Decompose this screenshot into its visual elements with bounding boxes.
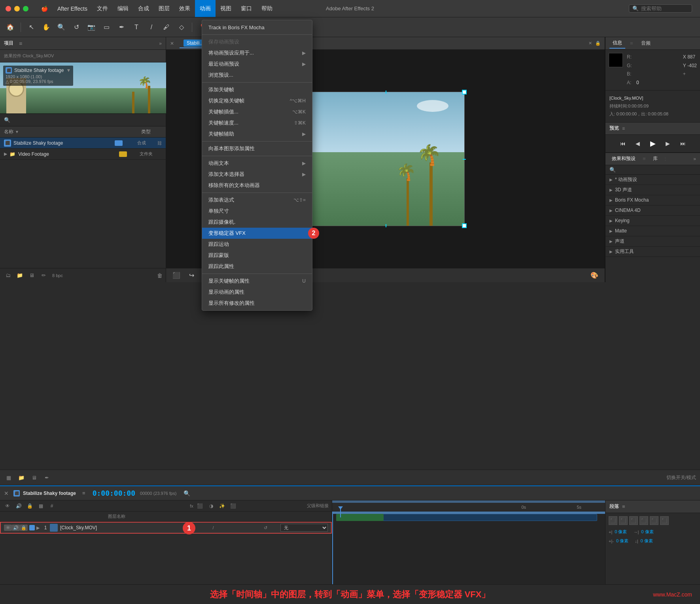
handle-bottom-right[interactable] [462, 223, 467, 228]
layer-lock-toggle[interactable]: 🔒 [20, 525, 28, 531]
project-menu-btn[interactable]: ≡ [17, 40, 25, 47]
stamp-tool[interactable]: 🖋 [160, 21, 173, 34]
rect-tool[interactable]: ▭ [100, 21, 113, 34]
lsi-blank2[interactable] [227, 524, 235, 532]
align-left-btn[interactable]: ⬛ [609, 516, 617, 525]
menu-aftereffects[interactable]: After Effects [53, 0, 92, 17]
menu-edit[interactable]: 编辑 [113, 0, 133, 17]
menu-compose[interactable]: 合成 [133, 0, 154, 17]
project-item-comp[interactable]: ⬛ Stabilize Shaky footage 合成 ⛓ [0, 138, 166, 149]
preview-tool-2[interactable]: ↪ [185, 269, 198, 282]
home-tool[interactable]: 🏠 [4, 21, 17, 34]
tc-num-btn[interactable]: # [47, 502, 56, 510]
play-btn[interactable]: ▶ [647, 138, 658, 149]
effects-cat-boris[interactable]: ▶ Boris FX Mocha [605, 195, 700, 206]
comp-toolbar-grid[interactable]: ▦ [4, 473, 13, 482]
lsi-blank5[interactable] [253, 524, 261, 532]
menu-item-kf-velocity[interactable]: 关键帧速度... ⇧⌘K [202, 117, 312, 128]
align-bottom-btn[interactable]: ⬛ [660, 516, 669, 525]
effects-cat-3d[interactable]: ▶ 3D 声道 [605, 185, 700, 195]
track-bar-green[interactable] [336, 514, 384, 521]
timeline-close-btn[interactable]: ✕ [4, 490, 9, 496]
step-back-btn[interactable]: ◀ [632, 138, 643, 149]
tc-quality-btn[interactable]: ◑ [207, 502, 216, 510]
preview-close[interactable]: ✕ [170, 41, 174, 46]
tc-lock-btn[interactable]: 🔒 [25, 502, 34, 510]
comp-toolbar-folder[interactable]: 📁 [17, 473, 26, 482]
menu-item-add-text-sel[interactable]: 添加文本选择器 ▶ [202, 169, 312, 180]
menu-item-show-anim-props[interactable]: 显示动画的属性 [202, 287, 312, 298]
layer-row-1[interactable]: 👁 🔊 🔒 ▶ 1 [Clock_Sky.MOV] / ↺ [0, 522, 332, 534]
close-button[interactable] [6, 6, 11, 11]
menu-item-separate-dimensions[interactable]: 单独尺寸 [202, 206, 312, 217]
lsi-blank3[interactable] [235, 524, 243, 532]
menu-item-remove-animators[interactable]: 移除所有的文本动画器 [202, 180, 312, 191]
effects-cat-utility[interactable]: ▶ 实用工具 [605, 247, 700, 257]
menu-item-recent-preset[interactable]: 最近动画预设 ▶ [202, 59, 312, 70]
search-toolbar[interactable]: 🔍 [629, 4, 692, 13]
effects-tab-presets[interactable]: 效果和预设 [609, 154, 638, 164]
menu-file[interactable]: 文件 [92, 0, 113, 17]
segment-menu-btn[interactable]: ≡ [622, 504, 625, 510]
effects-cat-audio[interactable]: ▶ 声道 [605, 236, 700, 247]
handle-bottom[interactable] [386, 224, 386, 227]
step-fwd-btn[interactable]: ▶ [662, 138, 674, 149]
menu-window[interactable]: 窗口 [236, 0, 257, 17]
lsi-blank4[interactable] [244, 524, 252, 532]
menu-effects[interactable]: 效果 [174, 0, 195, 17]
playhead-line[interactable] [332, 512, 333, 584]
menu-help[interactable]: 帮助 [257, 0, 277, 17]
apple-menu[interactable]: 🍎 [36, 0, 53, 17]
menu-item-track-property[interactable]: 跟踪此属性 [202, 261, 312, 272]
timeline-search-btn[interactable]: 🔍 [184, 490, 190, 496]
new-folder-btn[interactable]: 📁 [15, 271, 25, 280]
preview-panel-menu[interactable]: ≡ [622, 126, 625, 131]
brush-tool[interactable]: / [145, 21, 158, 34]
align-center-h-btn[interactable]: ⬛ [619, 516, 628, 525]
menu-item-toggle-hold-kf[interactable]: 切换定格关键帧 ^⌥⌘H [202, 95, 312, 106]
select-tool[interactable]: ↖ [25, 21, 38, 34]
menu-item-apply-preset[interactable]: 将动画预设应用于... ▶ [202, 47, 312, 59]
tc-3d-btn[interactable]: ⬛ [229, 502, 238, 510]
minimize-button[interactable] [14, 6, 20, 11]
menu-layer[interactable]: 图层 [154, 0, 174, 17]
timeline-menu-icon[interactable]: ≡ [82, 490, 85, 496]
menu-item-boris[interactable]: Track in Boris FX Mocha [202, 22, 312, 33]
timeline-timecode[interactable]: 0:00:00:00 [93, 489, 135, 497]
project-item-folder[interactable]: ▶ 📁 Video Footage 文件夹 [0, 149, 166, 160]
camera-tool[interactable]: 📷 [85, 21, 98, 34]
go-to-start-btn[interactable]: ⏮ [617, 138, 628, 149]
menu-item-animate-text[interactable]: 动画文本 ▶ [202, 158, 312, 169]
zoom-tool[interactable]: 🔍 [55, 21, 68, 34]
menu-item-show-modified[interactable]: 显示所有修改的属性 [202, 298, 312, 309]
handle-right[interactable] [463, 159, 466, 160]
comp-dropdown-arrow[interactable]: ▼ [66, 68, 71, 73]
comp-toolbar-switch[interactable]: 切换开关/模式 [666, 474, 696, 481]
lsi-cycle[interactable]: ↺ [261, 524, 269, 532]
info-tab-audio[interactable]: 音频 [638, 38, 654, 48]
tc-audio-btn[interactable]: 🔊 [14, 502, 23, 510]
effects-cat-keying[interactable]: ▶ Keying [605, 216, 700, 226]
new-comp-btn[interactable]: 🗂 [3, 271, 13, 280]
preview-header-lock-btn[interactable]: 🔒 [595, 41, 601, 46]
effects-cat-animation[interactable]: ▶ * 动画预设 [605, 175, 700, 185]
effects-search[interactable]: 🔍 [605, 165, 700, 175]
layer-expand-arrow[interactable]: ▶ [36, 525, 40, 530]
project-search-input[interactable] [13, 117, 162, 123]
project-search[interactable]: 🔍 [0, 114, 166, 126]
search-toolbar-input[interactable] [641, 6, 689, 11]
menu-item-kf-interp[interactable]: 关键帧插值... ⌥⌘K [202, 106, 312, 117]
edit-btn[interactable]: ✏ [39, 271, 48, 280]
window-controls[interactable] [6, 6, 28, 11]
tc-blend-btn[interactable]: ⬛ [196, 502, 204, 510]
lsi-slash[interactable]: / [209, 524, 217, 532]
menu-item-add-kf[interactable]: 添加关键帧 [202, 84, 312, 95]
parent-select[interactable]: 无 [280, 524, 328, 532]
maximize-button[interactable] [23, 6, 28, 11]
menu-item-track-mask[interactable]: 跟踪蒙版 [202, 250, 312, 261]
info-tab-info[interactable]: 信息 [609, 38, 625, 49]
tc-vis-btn[interactable]: 👁 [3, 502, 12, 510]
go-to-end-btn[interactable]: ⏭ [677, 138, 689, 149]
lsi-blank1[interactable] [218, 524, 226, 532]
preview-btn[interactable]: 🖥 [27, 271, 36, 280]
